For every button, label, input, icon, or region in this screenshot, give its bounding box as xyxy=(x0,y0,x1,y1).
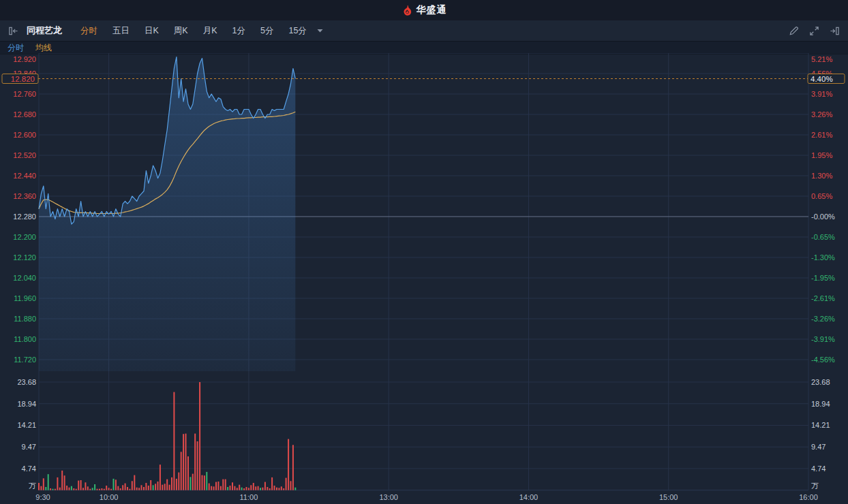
percent-tick-label: -0.00% xyxy=(811,212,835,221)
legend-item-minute-line[interactable]: 分时 xyxy=(7,42,24,54)
time-tick-label: 13:00 xyxy=(379,493,398,501)
tab-5day[interactable]: 五日 xyxy=(105,20,137,41)
collapse-right-icon[interactable] xyxy=(830,26,840,36)
tab-15min[interactable]: 15分 xyxy=(281,20,314,41)
price-tick-label: 12.680 xyxy=(13,110,36,119)
price-tick-label: 12.360 xyxy=(13,192,36,200)
time-tick-label: 14:00 xyxy=(519,493,539,501)
price-tick-label: 12.520 xyxy=(13,151,36,159)
volume-tick-label: 4.74 xyxy=(811,464,826,473)
percent-tick-label: 3.91% xyxy=(811,90,832,98)
volume-tick-label: 23.68 xyxy=(17,378,36,386)
volume-bars xyxy=(38,382,296,490)
fullscreen-icon[interactable] xyxy=(809,26,819,36)
stock-name: 同程艺龙 xyxy=(27,25,62,37)
chevron-down-icon[interactable] xyxy=(317,29,323,33)
volume-unit-label: 万 xyxy=(29,482,36,490)
volume-tick-label: 14.21 xyxy=(17,421,36,429)
period-tabs: 分时 五日 日K 周K 月K 1分 5分 15分 xyxy=(73,20,323,41)
tab-1min[interactable]: 1分 xyxy=(225,20,253,41)
price-tick-label: 12.600 xyxy=(13,131,36,139)
time-tick-label: 15:00 xyxy=(659,493,678,501)
price-tick-label: 12.120 xyxy=(13,253,36,262)
current-price-badge: 12.820 xyxy=(2,74,38,84)
legend-item-avg-line[interactable]: 均线 xyxy=(35,42,52,54)
price-tick-label: 12.200 xyxy=(13,233,36,241)
price-tick-label: 12.280 xyxy=(13,212,36,221)
price-tick-label: 12.920 xyxy=(13,55,36,63)
trading-app-window: 华盛通 同程艺龙 分时 五日 日K 周K 月K 1分 5分 15分 xyxy=(0,0,848,504)
percent-tick-label: 2.61% xyxy=(811,131,832,139)
percent-tick-label: -2.61% xyxy=(811,294,835,302)
volume-unit-label: 万 xyxy=(811,482,819,490)
tab-week-k[interactable]: 周K xyxy=(166,20,196,41)
percent-tick-label: -4.56% xyxy=(811,356,835,364)
volume-tick-label: 9.47 xyxy=(22,443,36,451)
flame-icon xyxy=(402,5,413,16)
percent-tick-label: 5.21% xyxy=(811,55,832,63)
toolbar-right-icons xyxy=(789,26,840,36)
tab-5min[interactable]: 5分 xyxy=(253,20,281,41)
price-tick-label: 11.720 xyxy=(14,356,36,364)
time-tick-label: 9:30 xyxy=(35,493,50,501)
time-tick-label: 16:00 xyxy=(799,493,818,501)
tab-month-k[interactable]: 月K xyxy=(196,20,225,41)
chart-toolbar: 同程艺龙 分时 五日 日K 周K 月K 1分 5分 15分 xyxy=(0,20,848,42)
app-title: 华盛通 xyxy=(417,4,447,16)
top-bar: 华盛通 xyxy=(0,0,848,20)
time-tick-label: 11:00 xyxy=(240,493,258,501)
tab-minute[interactable]: 分时 xyxy=(73,20,105,41)
intraday-chart-svg[interactable]: 12.9205.21%12.8404.56%12.7603.91%12.6803… xyxy=(0,53,848,504)
draw-icon[interactable] xyxy=(789,26,799,36)
volume-tick-label: 18.94 xyxy=(17,400,36,408)
svg-text:4.40%: 4.40% xyxy=(811,75,833,83)
price-tick-label: 12.440 xyxy=(13,172,36,180)
tab-day-k[interactable]: 日K xyxy=(137,20,166,41)
volume-tick-label: 9.47 xyxy=(811,443,826,451)
price-tick-label: 11.880 xyxy=(14,315,36,323)
volume-tick-label: 14.21 xyxy=(811,421,830,429)
percent-tick-label: -1.95% xyxy=(811,274,835,282)
percent-tick-label: -3.26% xyxy=(811,315,835,323)
time-tick-label: 10:00 xyxy=(100,493,119,501)
volume-tick-label: 18.94 xyxy=(811,400,830,408)
volume-tick-label: 23.68 xyxy=(811,378,830,386)
collapse-left-icon[interactable] xyxy=(8,26,18,36)
percent-tick-label: 0.65% xyxy=(811,192,832,200)
volume-tick-label: 4.74 xyxy=(22,464,36,473)
percent-tick-label: 1.95% xyxy=(811,151,832,159)
price-tick-label: 11.960 xyxy=(14,294,36,302)
percent-tick-label: -1.30% xyxy=(811,253,835,262)
intraday-chart[interactable]: 12.9205.21%12.8404.56%12.7603.91%12.6803… xyxy=(0,53,848,504)
percent-tick-label: 1.30% xyxy=(811,172,832,180)
price-tick-label: 12.040 xyxy=(13,274,36,282)
price-tick-label: 12.760 xyxy=(13,90,36,98)
percent-tick-label: -3.91% xyxy=(811,335,835,343)
percent-tick-label: 3.26% xyxy=(811,110,832,119)
current-percent-badge: 4.40% xyxy=(808,74,845,84)
svg-text:12.820: 12.820 xyxy=(11,75,35,83)
price-tick-label: 11.800 xyxy=(14,335,36,343)
percent-tick-label: -0.65% xyxy=(811,233,835,241)
